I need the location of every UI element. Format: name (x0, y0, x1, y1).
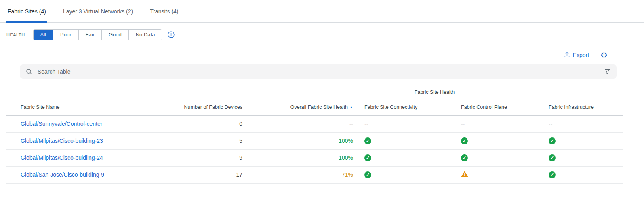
connectivity-status (356, 154, 453, 161)
column-header-fabric-site-connectivity[interactable]: Fabric Site Connectivity (356, 99, 453, 115)
device-count: 0 (178, 121, 246, 127)
export-icon (564, 51, 570, 58)
check-icon (549, 154, 556, 161)
group-header-row: Fabric Site Health (6, 89, 623, 99)
control-plane-status: -- (453, 121, 548, 127)
overall-health-value: -- (246, 121, 356, 127)
export-label: Export (573, 52, 589, 58)
connectivity-status (356, 171, 453, 178)
column-header-fabric-control-plane[interactable]: Fabric Control Plane (453, 99, 548, 115)
device-count: 17 (178, 171, 246, 178)
column-header-fabric-site-name[interactable]: Fabric Site Name (6, 99, 178, 115)
check-icon (364, 171, 371, 178)
health-option-all[interactable]: All (34, 30, 53, 40)
tab-transits[interactable]: Transits (4) (149, 0, 179, 22)
column-header-label: Overall Fabric Site Health (290, 104, 348, 110)
connectivity-status (356, 137, 453, 144)
export-button[interactable]: Export (564, 51, 589, 58)
column-header-row: Fabric Site Name Number of Fabric Device… (6, 99, 623, 116)
filter-icon[interactable] (604, 68, 611, 75)
overall-health-value: 100% (246, 137, 356, 144)
overall-health-value: 71% (246, 171, 356, 178)
health-option-good[interactable]: Good (101, 30, 128, 40)
health-filter-label: HEALTH (6, 32, 25, 37)
infrastructure-status: -- (548, 121, 623, 127)
fabric-site-link[interactable]: Global/Sunnyvale/Control-center (21, 121, 102, 127)
fabric-site-link[interactable]: Global/San Jose/Cisco-building-9 (21, 171, 104, 178)
fabric-site-link[interactable]: Global/Milpitas/Cisco-buidling-24 (21, 154, 103, 161)
health-option-no-data[interactable]: No Data (128, 30, 162, 40)
search-input[interactable] (37, 68, 600, 75)
check-icon (549, 171, 556, 178)
table-row: Global/Milpitas/Cisco-buidling-24 9 100% (6, 150, 623, 167)
control-plane-status (453, 154, 548, 161)
gear-icon[interactable]: ⚙ (600, 51, 608, 59)
check-icon (461, 154, 468, 161)
infrastructure-status (548, 137, 623, 144)
table-row: Global/San Jose/Cisco-building-9 17 71% (6, 167, 623, 184)
check-icon (549, 137, 556, 144)
column-header-overall-fabric-site-health[interactable]: Overall Fabric Site Health▲ (246, 99, 356, 115)
control-plane-status (453, 137, 548, 144)
fabric-sites-table: Fabric Site Health Fabric Site Name Numb… (6, 89, 623, 184)
connectivity-status: -- (356, 121, 453, 127)
check-icon (364, 137, 371, 144)
infrastructure-status (548, 171, 623, 178)
device-count: 9 (178, 154, 246, 161)
search-icon (25, 68, 33, 75)
device-count: 5 (178, 137, 246, 144)
tab-layer3-virtual-networks[interactable]: Layer 3 Virtual Networks (2) (62, 0, 134, 22)
health-segmented-control: All Poor Fair Good No Data (33, 29, 162, 40)
check-icon (364, 154, 371, 161)
column-header-number-of-fabric-devices[interactable]: Number of Fabric Devices (178, 99, 246, 115)
info-icon[interactable] (168, 31, 175, 38)
health-option-fair[interactable]: Fair (78, 30, 101, 40)
health-filter: HEALTH All Poor Fair Good No Data (6, 29, 644, 40)
control-plane-status (453, 171, 548, 178)
fabric-site-link[interactable]: Global/Milpitas/Cisco-building-23 (21, 137, 103, 144)
tab-fabric-sites[interactable]: Fabric Sites (4) (6, 0, 47, 22)
column-header-fabric-infrastructure[interactable]: Fabric Infrastructure (548, 99, 623, 115)
sort-ascending-icon: ▲ (349, 105, 353, 109)
group-header-fabric-site-health: Fabric Site Health (246, 89, 623, 99)
table-row: Global/Sunnyvale/Control-center 0 -- -- … (6, 116, 623, 133)
table-search-bar (20, 64, 617, 79)
infrastructure-status (548, 154, 623, 161)
tab-bar: Fabric Sites (4) Layer 3 Virtual Network… (0, 0, 644, 23)
check-icon (461, 137, 468, 144)
warning-icon (461, 171, 468, 177)
table-actions: Export ⚙ (0, 51, 608, 59)
overall-health-value: 100% (246, 154, 356, 161)
health-option-poor[interactable]: Poor (53, 30, 78, 40)
table-row: Global/Milpitas/Cisco-building-23 5 100% (6, 133, 623, 150)
